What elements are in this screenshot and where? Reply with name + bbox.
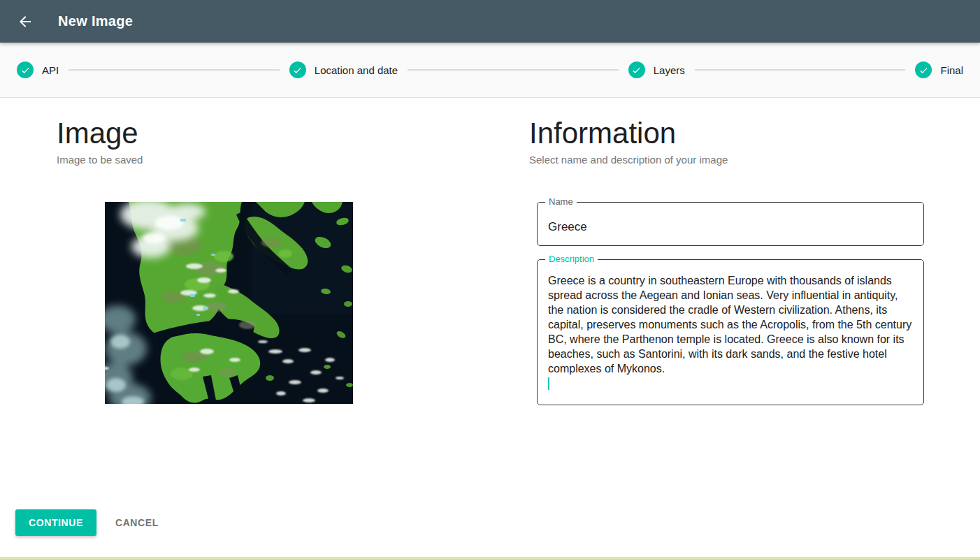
check-icon [628, 61, 645, 78]
step-label: API [42, 64, 59, 76]
description-input[interactable]: Greece is a country in southeastern Euro… [538, 260, 923, 405]
cancel-button[interactable]: CANCEL [104, 509, 170, 536]
continue-button[interactable]: CONTINUE [15, 509, 96, 536]
description-field: Description Greece is a country in south… [537, 259, 924, 405]
step-location-and-date[interactable]: Location and date [289, 61, 398, 78]
step-connector [695, 69, 906, 71]
description-text: Greece is a country in southeastern Euro… [548, 275, 911, 375]
image-section-subtitle: Image to be saved [57, 154, 489, 166]
step-connector [69, 69, 280, 71]
image-section: Image Image to be saved [0, 98, 489, 405]
satellite-image-preview [105, 202, 353, 404]
information-section: Information Select name and description … [489, 98, 980, 405]
action-buttons: CONTINUE CANCEL [15, 509, 170, 536]
step-label: Final [940, 64, 963, 76]
information-section-subtitle: Select name and description of your imag… [529, 154, 924, 166]
step-label: Layers [654, 64, 685, 76]
check-icon [17, 61, 34, 78]
check-icon [915, 61, 932, 78]
back-arrow-icon[interactable] [11, 8, 39, 36]
image-section-title: Image [57, 117, 489, 150]
step-api[interactable]: API [17, 61, 59, 78]
check-icon [289, 61, 306, 78]
step-connector [408, 69, 619, 71]
text-cursor [548, 377, 549, 390]
description-field-label: Description [545, 254, 598, 265]
app-bar: New Image [0, 0, 980, 43]
name-input[interactable] [538, 203, 923, 245]
page-title: New Image [58, 13, 133, 29]
step-final[interactable]: Final [915, 61, 963, 78]
stepper: API Location and date Layers Final [0, 43, 980, 98]
main-content: Image Image to be saved [0, 98, 980, 557]
step-layers[interactable]: Layers [628, 61, 685, 78]
step-label: Location and date [315, 64, 398, 76]
information-section-title: Information [529, 117, 924, 150]
name-field-label: Name [545, 196, 577, 208]
name-field: Name [537, 202, 924, 246]
